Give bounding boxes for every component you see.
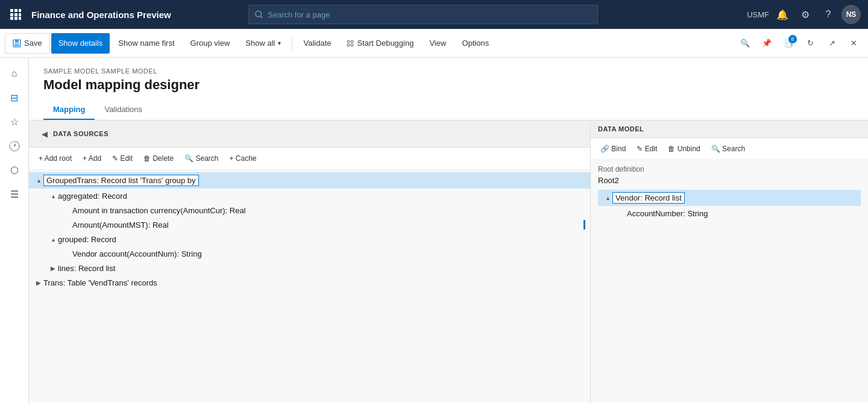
- sidebar-recent-icon[interactable]: 🕐: [4, 135, 25, 157]
- show-name-button[interactable]: Show name first: [111, 33, 181, 54]
- tree-row-grouped[interactable]: ▴ grouped: Record: [29, 232, 590, 246]
- group-view-label: Group view: [190, 39, 230, 48]
- dm-edit-button[interactable]: ✎ Edit: [632, 140, 662, 157]
- tree-row-amount-cur[interactable]: ▴ Amount in transaction currency(AmountC…: [29, 203, 590, 217]
- data-sources-panel: ◀ DATA SOURCES + Add root + Add ✎ Edit 🗑…: [29, 120, 591, 403]
- options-button[interactable]: Options: [454, 33, 496, 54]
- search-button[interactable]: 🔍 Search: [180, 150, 223, 167]
- bookmark-icon[interactable]: 📑 8: [779, 34, 798, 53]
- top-nav-right: USMF 🔔 ⚙ ? NS: [747, 5, 861, 24]
- sidebar-menu-icon[interactable]: ☰: [4, 183, 25, 205]
- save-button[interactable]: Save: [5, 33, 50, 54]
- refresh-icon[interactable]: ↻: [800, 34, 820, 53]
- bind-button[interactable]: 🔗 Bind: [596, 140, 631, 157]
- toggle-grouped-trans[interactable]: ▴: [34, 176, 43, 186]
- chevron-down-icon: ▾: [278, 40, 281, 46]
- breadcrumb: SAMPLE MODEL SAMPLE MODEL: [43, 67, 854, 75]
- ds-header: ◀ DATA SOURCES: [29, 120, 590, 148]
- app-title: Finance and Operations Preview: [31, 10, 171, 20]
- mapping-area: ◀ DATA SOURCES + Add root + Add ✎ Edit 🗑…: [29, 120, 868, 403]
- start-debugging-label: Start Debugging: [357, 39, 414, 48]
- svg-rect-6: [10, 17, 13, 20]
- main-layout: ⌂ ⊟ ☆ 🕐 ⬡ ☰ SAMPLE MODEL SAMPLE MODEL Mo…: [0, 58, 868, 403]
- svg-point-16: [347, 44, 350, 46]
- tab-mapping[interactable]: Mapping: [43, 100, 95, 120]
- open-icon[interactable]: ↗: [822, 34, 841, 53]
- unbind-button[interactable]: 🗑 Unbind: [663, 140, 705, 157]
- tree-row-amount-mst[interactable]: ▴ Amount(AmountMST): Real: [29, 217, 590, 232]
- tree-label-lines: lines: Record list: [58, 264, 115, 273]
- close-icon[interactable]: ✕: [844, 34, 863, 53]
- svg-point-9: [256, 11, 262, 17]
- tree-label-amount-mst: Amount(AmountMST): Real: [72, 220, 169, 230]
- sidebar-favorites-icon[interactable]: ☆: [4, 111, 25, 133]
- tree-label-grouped: grouped: Record: [58, 235, 116, 244]
- svg-rect-8: [19, 17, 21, 20]
- view-button[interactable]: View: [422, 33, 453, 54]
- show-details-button[interactable]: Show details: [51, 33, 110, 54]
- toggle-aggregated[interactable]: ▴: [48, 191, 58, 201]
- settings-icon[interactable]: ⚙: [796, 5, 815, 24]
- tree-label-grouped-trans: GroupedTrans: Record list 'Trans' group …: [43, 175, 199, 186]
- tree-label-account-number: AccountNumber: String: [627, 209, 708, 218]
- badge: 8: [788, 35, 797, 43]
- svg-line-10: [260, 16, 262, 18]
- search-input[interactable]: [268, 10, 591, 19]
- tree-row-account-number[interactable]: ▴ AccountNumber: String: [598, 206, 861, 220]
- toggle-vendor[interactable]: ▴: [603, 193, 612, 203]
- toggle-grouped[interactable]: ▴: [48, 234, 58, 244]
- show-all-button[interactable]: Show all ▾: [238, 33, 288, 54]
- tree-row-trans[interactable]: ▶ Trans: Table 'VendTrans' records: [29, 275, 590, 290]
- ds-toolbar: + Add root + Add ✎ Edit 🗑 Delete 🔍 Searc…: [29, 148, 590, 170]
- tree-row-vendor-account[interactable]: ▴ Vendor account(AccountNum): String: [29, 246, 590, 261]
- ds-tree: ▴ GroupedTrans: Record list 'Trans' grou…: [29, 170, 590, 403]
- separator-1: [292, 36, 292, 51]
- tree-row-lines[interactable]: ▶ lines: Record list: [29, 261, 590, 275]
- validate-button[interactable]: Validate: [296, 33, 338, 54]
- page-header: SAMPLE MODEL SAMPLE MODEL Model mapping …: [29, 58, 868, 120]
- cache-button[interactable]: + Cache: [224, 150, 261, 167]
- dm-search-button[interactable]: 🔍 Search: [706, 140, 750, 157]
- add-root-button[interactable]: + Add root: [34, 150, 77, 167]
- tree-label-vendor-account: Vendor account(AccountNum): String: [72, 249, 202, 258]
- left-sidebar: ⌂ ⊟ ☆ 🕐 ⬡ ☰: [0, 58, 29, 403]
- toggle-lines[interactable]: ▶: [48, 263, 58, 273]
- root-definition-label: Root definition: [598, 165, 861, 173]
- grid-menu-icon[interactable]: [7, 6, 24, 23]
- notification-icon[interactable]: 🔔: [773, 5, 792, 24]
- pin-icon[interactable]: 📌: [757, 34, 776, 53]
- svg-point-14: [347, 40, 350, 43]
- global-search-bar[interactable]: [248, 5, 598, 24]
- dm-title: DATA MODEL: [598, 125, 644, 133]
- sidebar-filter-icon[interactable]: ⊟: [4, 87, 25, 108]
- company-label: USMF: [747, 10, 769, 19]
- sidebar-workspace-icon[interactable]: ⬡: [4, 159, 25, 181]
- save-label: Save: [24, 39, 42, 48]
- svg-point-15: [351, 40, 353, 43]
- svg-rect-3: [10, 13, 13, 16]
- svg-point-17: [351, 44, 353, 46]
- validate-label: Validate: [303, 39, 331, 48]
- help-icon[interactable]: ?: [819, 5, 838, 24]
- tab-validations[interactable]: Validations: [95, 100, 152, 120]
- options-label: Options: [462, 39, 489, 48]
- tree-label-amount-cur: Amount in transaction currency(AmountCur…: [72, 206, 246, 215]
- tree-row-grouped-trans[interactable]: ▴ GroupedTrans: Record list 'Trans' grou…: [29, 172, 590, 189]
- avatar[interactable]: NS: [841, 5, 861, 24]
- toggle-trans[interactable]: ▶: [34, 278, 43, 287]
- tree-label-trans: Trans: Table 'VendTrans' records: [43, 278, 157, 287]
- group-view-button[interactable]: Group view: [183, 33, 237, 54]
- show-all-label: Show all: [245, 39, 275, 48]
- edit-button[interactable]: ✎ Edit: [107, 150, 137, 167]
- tree-row-aggregated[interactable]: ▴ aggregated: Record: [29, 189, 590, 203]
- top-nav: Finance and Operations Preview USMF 🔔 ⚙ …: [0, 0, 868, 29]
- toolbar: Save Show details Show name first Group …: [0, 29, 868, 58]
- delete-button[interactable]: 🗑 Delete: [139, 150, 178, 167]
- ds-collapse-icon[interactable]: ◀: [36, 125, 53, 142]
- start-debugging-button[interactable]: Start Debugging: [339, 33, 421, 54]
- tree-row-vendor[interactable]: ▴ Vendor: Record list: [598, 190, 861, 206]
- add-button[interactable]: + Add: [78, 150, 106, 167]
- sidebar-home-icon[interactable]: ⌂: [4, 63, 25, 84]
- search-toolbar-icon[interactable]: 🔍: [735, 34, 755, 53]
- tree-label-aggregated: aggregated: Record: [58, 192, 127, 201]
